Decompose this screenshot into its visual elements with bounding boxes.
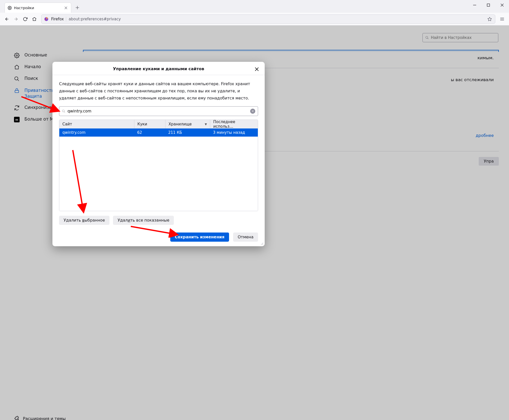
dialog-footer: Сохранить изменения Отмена: [52, 225, 265, 246]
nav-home-button[interactable]: [30, 15, 39, 23]
dialog-body: Следующие веб-сайты хранят куки и данные…: [52, 75, 265, 225]
cell-storage: 211 КБ: [165, 130, 210, 135]
sites-filter-input[interactable]: [67, 109, 248, 113]
window-titlebar: Настройки: [0, 0, 509, 13]
cell-cookies: 62: [134, 130, 165, 135]
cancel-button[interactable]: Отмена: [233, 233, 258, 242]
window-maximize-button[interactable]: [482, 0, 495, 10]
resize-grip-icon[interactable]: [260, 241, 264, 245]
svg-point-7: [62, 110, 64, 112]
window-controls: [468, 0, 509, 13]
column-header-site[interactable]: Сайт: [59, 120, 134, 128]
search-icon: [62, 109, 65, 113]
dialog-close-button[interactable]: [253, 66, 260, 73]
window-minimize-button[interactable]: [468, 0, 482, 10]
remove-all-shown-button[interactable]: Удалить все показанные: [113, 216, 174, 225]
clear-filter-button[interactable]: [250, 109, 255, 114]
url-identity-label: Firefox: [51, 17, 66, 21]
url-bar[interactable]: Firefox about:preferences#privacy: [41, 15, 495, 24]
svg-point-0: [9, 7, 10, 8]
tabs-strip: Настройки: [0, 0, 468, 13]
nav-reload-button[interactable]: [21, 15, 30, 23]
sites-filter[interactable]: [59, 106, 258, 116]
sort-indicator-icon: ▼: [205, 123, 207, 126]
browser-tab[interactable]: Настройки: [5, 3, 71, 13]
nav-forward-button[interactable]: [12, 15, 20, 23]
sites-table: Сайт Куки Хранилище▼ Последнее использ… …: [59, 120, 258, 211]
url-text: about:preferences#privacy: [69, 17, 484, 21]
save-changes-button[interactable]: Сохранить изменения: [170, 233, 229, 242]
cell-last: 3 минуты назад: [210, 130, 258, 135]
dialog-row-actions: Удалить выбранное Удалить все показанные: [59, 216, 258, 225]
bookmark-star-button[interactable]: [487, 16, 492, 22]
dialog-description: Следующие веб-сайты хранят куки и данные…: [59, 81, 258, 102]
column-header-storage[interactable]: Хранилище▼: [165, 120, 210, 128]
cookies-dialog: Управление куками и данными сайтов Следу…: [52, 62, 265, 246]
table-row[interactable]: qwintry.com 62 211 КБ 3 минуты назад: [59, 128, 258, 137]
table-body[interactable]: qwintry.com 62 211 КБ 3 минуты назад: [59, 128, 258, 211]
cell-site: qwintry.com: [59, 130, 134, 135]
navbar: Firefox about:preferences#privacy: [0, 13, 509, 25]
dialog-title: Управление куками и данными сайтов: [113, 66, 204, 71]
settings-page: Основные Начало Поиск Приватность и Защи…: [0, 25, 509, 420]
tab-close-button[interactable]: [63, 5, 68, 10]
column-header-cookies[interactable]: Куки: [134, 120, 165, 128]
remove-selected-button[interactable]: Удалить выбранное: [59, 216, 109, 225]
tab-title: Настройки: [14, 6, 61, 10]
column-header-last-used[interactable]: Последнее использ…: [210, 120, 258, 128]
dialog-header: Управление куками и данными сайтов: [52, 62, 265, 75]
new-tab-button[interactable]: [73, 4, 81, 12]
window-close-button[interactable]: [495, 0, 509, 10]
gear-icon: [7, 6, 12, 10]
firefox-icon: [44, 17, 49, 21]
table-header: Сайт Куки Хранилище▼ Последнее использ…: [59, 120, 258, 128]
nav-back-button[interactable]: [3, 15, 11, 23]
app-menu-button[interactable]: [498, 15, 506, 23]
svg-rect-1: [487, 4, 490, 6]
